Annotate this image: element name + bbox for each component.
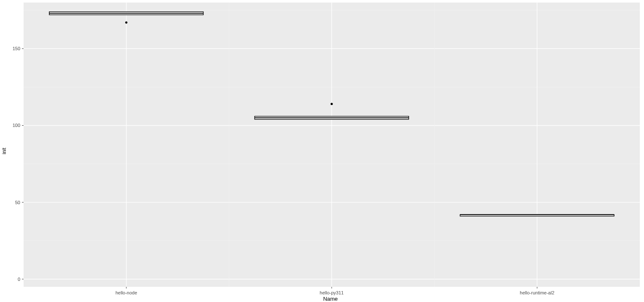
boxplot-chart: init Name 050100150 hello-nodehello-py31… [0, 0, 644, 302]
svg-point-30 [330, 103, 333, 105]
x-axis-label: Name [21, 296, 640, 302]
y-axis-label: init [1, 148, 7, 154]
x-tick-label: hello-node [115, 290, 137, 295]
y-tick-label: 50 [15, 200, 20, 205]
x-tick-label: hello-py311 [320, 290, 344, 295]
x-tick-label: hello-runtime-al2 [520, 290, 554, 295]
y-tick-label: 100 [13, 123, 20, 128]
y-tick-label: 150 [13, 46, 20, 51]
plot-svg [0, 0, 644, 302]
svg-point-25 [125, 22, 127, 24]
y-tick-label: 0 [18, 277, 20, 282]
